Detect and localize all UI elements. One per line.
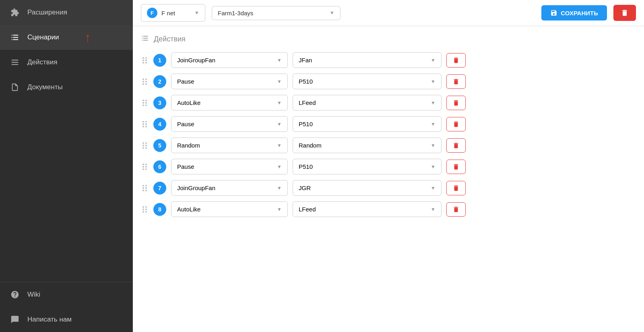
sidebar-item-scenarios-label: Сценарии <box>27 33 59 41</box>
sidebar-item-contact-label: Написать нам <box>27 316 72 324</box>
sidebar-item-scenarios[interactable]: Сценарии ↑ <box>0 25 133 50</box>
main-content: F F net ▼ Farm1-3days ▼ СОХРАНИТЬ <box>133 0 644 332</box>
table-row: 1 JoinGroupFan ▼ JFan ▼ <box>141 52 636 68</box>
chevron-action-icon-3: ▼ <box>277 121 282 127</box>
chevron-down-farm-icon: ▼ <box>330 10 334 16</box>
net-label: F net <box>161 10 190 16</box>
action-label-2: AutoLike <box>177 99 200 106</box>
drag-handle[interactable] <box>141 100 149 106</box>
param-select-7[interactable]: LFeed ▼ <box>293 201 442 217</box>
row-number-5: 5 <box>153 139 166 152</box>
delete-row-button-5[interactable] <box>446 160 466 174</box>
drag-handle[interactable] <box>141 206 149 213</box>
param-label-0: JFan <box>299 57 312 64</box>
table-row: 8 AutoLike ▼ LFeed ▼ <box>141 201 636 217</box>
trash-main-icon <box>621 9 629 17</box>
sidebar-item-extensions[interactable]: Расширения <box>0 0 133 25</box>
sidebar: Расширения Сценарии ↑ Действия Документы <box>0 0 133 332</box>
trash-row-icon-0 <box>452 57 460 64</box>
sidebar-item-wiki-label: Wiki <box>27 291 40 299</box>
action-select-1[interactable]: Pause ▼ <box>171 74 288 89</box>
trash-row-icon-4 <box>452 142 460 149</box>
chevron-param-icon-1: ▼ <box>431 79 436 84</box>
chevron-action-icon-2: ▼ <box>277 100 282 106</box>
param-select-5[interactable]: P510 ▼ <box>293 159 442 174</box>
delete-main-button[interactable] <box>613 5 636 21</box>
chevron-action-icon-7: ▼ <box>277 207 282 212</box>
drag-handle[interactable] <box>141 164 149 170</box>
delete-row-button-6[interactable] <box>446 181 466 195</box>
trash-row-icon-2 <box>452 99 460 107</box>
chevron-action-icon-4: ▼ <box>277 143 282 148</box>
action-select-4[interactable]: Random ▼ <box>171 137 288 153</box>
net-dropdown[interactable]: F F net ▼ <box>141 4 205 22</box>
action-select-2[interactable]: AutoLike ▼ <box>171 95 288 111</box>
action-rows: 1 JoinGroupFan ▼ JFan ▼ 2 Pause ▼ P510 ▼ <box>141 52 636 217</box>
drag-handle[interactable] <box>141 78 149 85</box>
delete-row-button-2[interactable] <box>446 96 466 110</box>
sidebar-item-extensions-label: Расширения <box>27 8 67 16</box>
farm-dropdown[interactable]: Farm1-3days ▼ <box>212 6 341 20</box>
param-select-6[interactable]: JGR ▼ <box>293 180 442 196</box>
user-help-icon <box>10 289 20 300</box>
drag-handle[interactable] <box>141 57 149 64</box>
drag-handle[interactable] <box>141 142 149 149</box>
param-label-1: P510 <box>299 78 313 85</box>
sidebar-bottom: Wiki Написать нам <box>0 282 133 332</box>
table-row: 3 AutoLike ▼ LFeed ▼ <box>141 95 636 111</box>
row-number-3: 3 <box>153 96 166 109</box>
chevron-down-icon: ▼ <box>194 10 199 16</box>
drag-handle[interactable] <box>141 121 149 127</box>
action-select-3[interactable]: Pause ▼ <box>171 116 288 132</box>
sidebar-item-documents-label: Документы <box>27 83 63 91</box>
topbar: F F net ▼ Farm1-3days ▼ СОХРАНИТЬ <box>133 0 644 26</box>
arrow-annotation: ↑ <box>85 30 91 45</box>
param-label-2: LFeed <box>299 99 316 106</box>
row-number-4: 4 <box>153 118 166 131</box>
doc-icon <box>10 82 20 92</box>
row-number-7: 7 <box>153 182 166 195</box>
content-area: Действия 1 JoinGroupFan ▼ JFan ▼ 2 <box>133 26 644 332</box>
sidebar-item-actions[interactable]: Действия <box>0 50 133 75</box>
save-button[interactable]: СОХРАНИТЬ <box>541 5 607 20</box>
puzzle-icon <box>10 7 20 18</box>
chevron-action-icon-0: ▼ <box>277 57 282 63</box>
delete-row-button-1[interactable] <box>446 74 466 89</box>
chevron-action-icon-5: ▼ <box>277 164 282 170</box>
action-select-5[interactable]: Pause ▼ <box>171 159 288 174</box>
param-select-1[interactable]: P510 ▼ <box>293 74 442 89</box>
row-number-6: 6 <box>153 160 166 173</box>
param-select-4[interactable]: Random ▼ <box>293 137 442 153</box>
farm-label: Farm1-3days <box>218 10 326 16</box>
delete-row-button-4[interactable] <box>446 138 466 153</box>
delete-row-button-7[interactable] <box>446 202 466 217</box>
param-select-2[interactable]: LFeed ▼ <box>293 95 442 111</box>
list-icon <box>10 57 20 68</box>
param-label-3: P510 <box>299 121 313 127</box>
trash-row-icon-7 <box>452 206 460 213</box>
sidebar-item-contact[interactable]: Написать нам <box>0 307 133 332</box>
section-title: Действия <box>154 35 186 43</box>
section-header: Действия <box>141 34 636 44</box>
action-label-5: Pause <box>177 163 194 170</box>
chevron-param-icon-5: ▼ <box>431 164 436 170</box>
drag-handle[interactable] <box>141 185 149 191</box>
param-label-5: P510 <box>299 163 313 170</box>
delete-row-button-0[interactable] <box>446 53 466 68</box>
param-select-3[interactable]: P510 ▼ <box>293 116 442 132</box>
action-label-3: Pause <box>177 121 194 127</box>
sidebar-item-wiki[interactable]: Wiki <box>0 282 133 307</box>
param-select-0[interactable]: JFan ▼ <box>293 52 442 68</box>
param-label-6: JGR <box>299 184 311 191</box>
sidebar-item-documents[interactable]: Документы <box>0 75 133 100</box>
action-select-0[interactable]: JoinGroupFan ▼ <box>171 52 288 68</box>
chevron-action-icon-6: ▼ <box>277 185 282 191</box>
table-row: 7 JoinGroupFan ▼ JGR ▼ <box>141 180 636 196</box>
action-label-4: Random <box>177 142 200 149</box>
table-row: 4 Pause ▼ P510 ▼ <box>141 116 636 132</box>
action-select-7[interactable]: AutoLike ▼ <box>171 201 288 217</box>
delete-row-button-3[interactable] <box>446 117 466 131</box>
table-row: 2 Pause ▼ P510 ▼ <box>141 74 636 89</box>
chevron-param-icon-7: ▼ <box>431 207 436 212</box>
action-select-6[interactable]: JoinGroupFan ▼ <box>171 180 288 196</box>
